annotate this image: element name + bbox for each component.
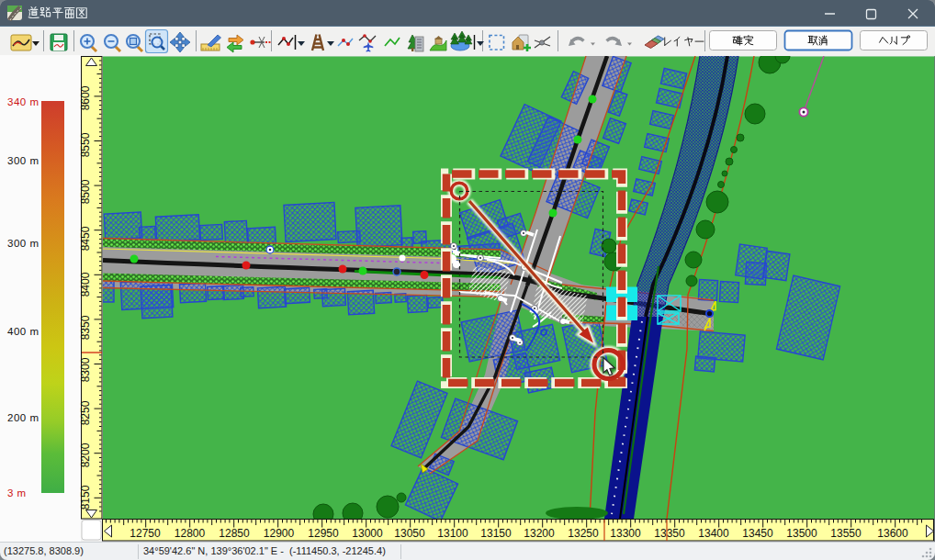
- svg-text:12900: 12900: [264, 527, 295, 540]
- svg-text:8350: 8350: [79, 315, 92, 340]
- svg-text:8200: 8200: [79, 442, 92, 467]
- svg-text:8600: 8600: [79, 85, 92, 110]
- svg-text:12950: 12950: [308, 527, 339, 540]
- svg-text:13400: 13400: [698, 527, 729, 540]
- svg-text:13350: 13350: [654, 527, 685, 540]
- svg-text:8150: 8150: [79, 485, 92, 510]
- svg-text:12800: 12800: [175, 527, 206, 540]
- svg-text:3 m: 3 m: [7, 487, 27, 498]
- svg-text:13500: 13500: [786, 527, 817, 540]
- svg-text:8550: 8550: [79, 132, 92, 157]
- svg-text:300 m: 300 m: [7, 238, 39, 249]
- svg-text:13000: 13000: [352, 527, 383, 540]
- svg-text:13300: 13300: [610, 527, 641, 540]
- svg-text:200 m: 200 m: [7, 412, 39, 423]
- svg-text:300 m: 300 m: [7, 155, 39, 166]
- svg-text:13050: 13050: [394, 527, 425, 540]
- svg-text:8450: 8450: [79, 226, 92, 251]
- svg-text:8400: 8400: [79, 272, 92, 297]
- svg-text:8300: 8300: [79, 357, 92, 382]
- svg-text:13200: 13200: [524, 527, 555, 540]
- svg-text:13250: 13250: [568, 527, 599, 540]
- svg-text:400 m: 400 m: [7, 326, 39, 337]
- svg-text:12750: 12750: [130, 527, 161, 540]
- svg-text:13450: 13450: [742, 527, 773, 540]
- svg-text:12850: 12850: [219, 527, 250, 540]
- svg-text:13100: 13100: [437, 527, 468, 540]
- svg-text:8500: 8500: [79, 179, 92, 204]
- svg-text:13600: 13600: [877, 527, 908, 540]
- svg-text:13150: 13150: [480, 527, 512, 540]
- svg-text:8250: 8250: [79, 400, 92, 425]
- svg-text:340 m: 340 m: [7, 96, 39, 107]
- svg-text:13550: 13550: [830, 527, 862, 540]
